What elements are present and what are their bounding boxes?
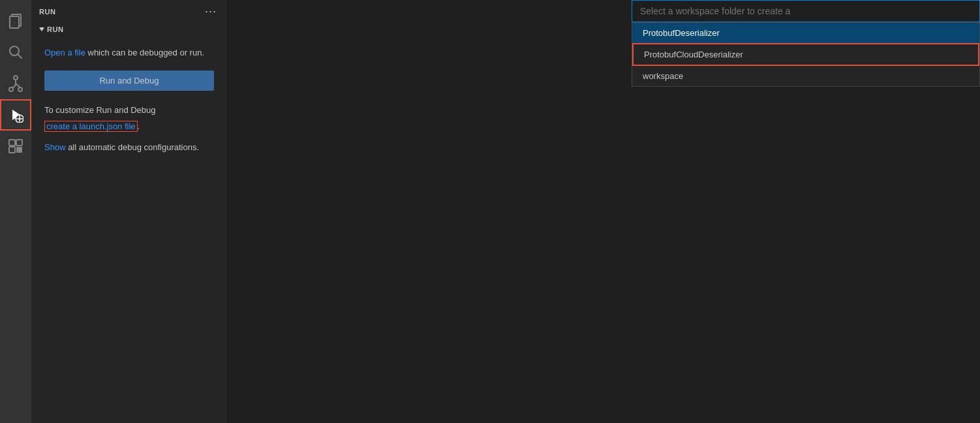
sidebar-header: RUN ···	[31, 0, 227, 23]
dropdown-item-label: ProtobufDeserializer	[643, 28, 720, 38]
dropdown-item-label: workspace	[643, 71, 683, 81]
dropdown-item-workspace[interactable]: workspace	[632, 66, 979, 86]
extensions-icon	[8, 138, 23, 154]
sidebar-content: Open a file which can be debugged or run…	[31, 36, 227, 423]
explorer-icon	[8, 13, 23, 29]
main-content: ProtobufDeserializer ProtobufCloudDeseri…	[227, 0, 980, 423]
svg-line-3	[18, 55, 22, 59]
show-configs-link[interactable]: Show	[44, 142, 66, 152]
svg-point-6	[18, 87, 22, 91]
open-file-rest: which can be debugged or run.	[85, 48, 204, 57]
dropdown-list: ProtobufDeserializer ProtobufCloudDeseri…	[632, 22, 980, 87]
sidebar-header-title: RUN	[39, 8, 55, 16]
svg-rect-14	[16, 140, 22, 146]
dropdown-item-label: ProtobufCloudDeserializer	[644, 50, 743, 59]
dropdown-item-protobuf-cloud-deserializer[interactable]: ProtobufCloudDeserializer	[632, 43, 979, 66]
show-configs-rest: all automatic debug configurations.	[66, 142, 200, 152]
open-file-text: Open a file which can be debugged or run…	[44, 46, 214, 60]
workspace-folder-dropdown: ProtobufDeserializer ProtobufCloudDeseri…	[632, 0, 980, 87]
run-debug-icon	[8, 107, 23, 123]
activity-item-run-debug[interactable]	[0, 99, 31, 131]
svg-point-4	[14, 76, 18, 80]
create-launch-line: create a launch.json file.	[44, 120, 214, 134]
svg-rect-15	[9, 147, 15, 153]
customize-prefix: To customize Run and Debug	[44, 105, 156, 115]
run-section-title: RUN	[47, 25, 63, 33]
svg-rect-1	[10, 16, 19, 28]
svg-line-8	[16, 84, 20, 87]
dropdown-item-protobuf-deserializer[interactable]: ProtobufDeserializer	[632, 23, 979, 43]
source-control-icon	[8, 76, 23, 91]
customize-text: To customize Run and Debug	[44, 104, 214, 118]
activity-item-explorer[interactable]	[0, 5, 31, 37]
run-and-debug-button[interactable]: Run and Debug	[44, 70, 214, 91]
svg-rect-13	[9, 140, 15, 146]
show-configs-text: Show all automatic debug configurations.	[44, 141, 214, 155]
svg-rect-16	[16, 147, 22, 153]
create-launch-json-link[interactable]: create a launch.json file	[44, 121, 138, 132]
open-file-link[interactable]: Open a file	[44, 48, 85, 57]
activity-item-search[interactable]	[0, 37, 31, 68]
more-actions-button[interactable]: ···	[202, 3, 219, 20]
workspace-folder-search-input[interactable]	[632, 0, 980, 22]
create-launch-rest: .	[138, 121, 140, 131]
sidebar-header-actions: ···	[202, 3, 219, 20]
run-section-header[interactable]: RUN	[31, 23, 227, 36]
chevron-down-icon	[39, 27, 44, 31]
activity-bar	[0, 0, 31, 423]
search-icon	[8, 44, 23, 60]
activity-item-source-control[interactable]	[0, 68, 31, 99]
sidebar: RUN ··· RUN Open a file which can be deb…	[31, 0, 227, 423]
activity-item-extensions[interactable]	[0, 131, 31, 162]
